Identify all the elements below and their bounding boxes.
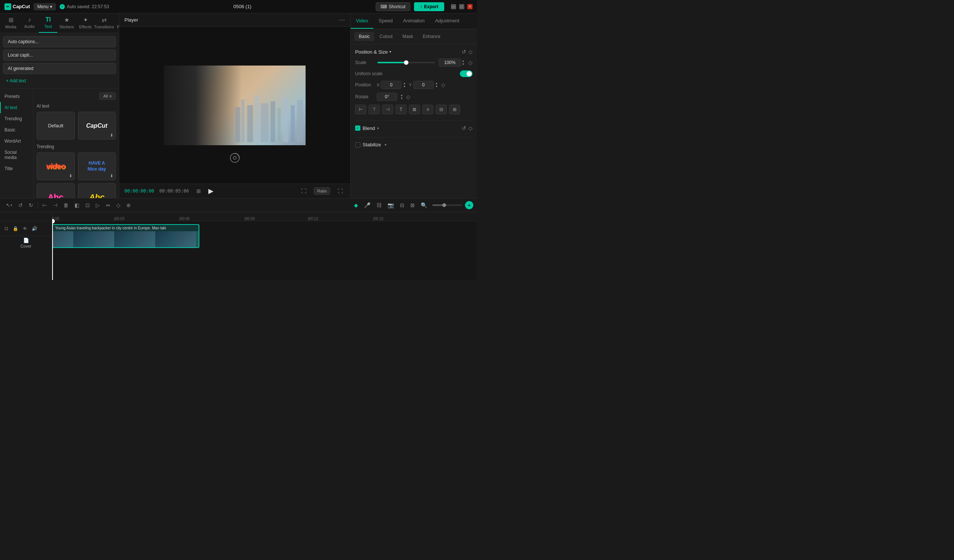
nav-item-stickers[interactable]: ★ Stickers xyxy=(58,13,76,33)
link-button[interactable]: ⛓ xyxy=(374,201,384,210)
maximize-button[interactable]: □ xyxy=(459,4,465,9)
position-diamond-button[interactable]: ◇ xyxy=(441,82,445,88)
rotate-input[interactable]: 0° xyxy=(377,93,397,101)
blend-checkbox[interactable]: ✓ xyxy=(355,126,360,131)
text-template-default[interactable]: Default xyxy=(36,112,75,140)
mirror-button[interactable]: ⇔ xyxy=(104,201,112,210)
align-right-button[interactable]: ⊣ xyxy=(382,105,393,114)
add-to-timeline-button[interactable]: + xyxy=(465,201,473,209)
subtitle-button[interactable]: ⊠ xyxy=(408,201,417,210)
zoom-out-button[interactable]: 🔍 xyxy=(418,201,429,210)
rotate-diamond-button[interactable]: ◇ xyxy=(406,94,410,100)
select-tool-button[interactable]: ↖ ▾ xyxy=(4,201,14,210)
text-template-gold-abc[interactable]: Abc ⬇ xyxy=(78,183,116,198)
sidebar-item-title[interactable]: Title xyxy=(0,163,33,174)
mic-button[interactable]: 🎤 xyxy=(362,201,373,210)
subtab-cutout[interactable]: Cutout xyxy=(375,32,397,41)
freeze-button[interactable]: ◧ xyxy=(72,201,82,210)
align-distribute-v-button[interactable]: ⊞ xyxy=(449,105,460,114)
diamond-tool-button[interactable]: ◇ xyxy=(114,201,123,210)
nav-item-audio[interactable]: ♪ Audio xyxy=(20,13,39,33)
split-button[interactable]: ⊢ xyxy=(40,201,49,210)
scale-up-arrow[interactable]: ▲ xyxy=(462,59,465,62)
tab-video[interactable]: Video xyxy=(351,13,373,29)
scale-stepper[interactable]: ▲ ▼ xyxy=(462,59,465,66)
frame-button[interactable]: ⊡ xyxy=(83,201,92,210)
rotate-up-arrow[interactable]: ▲ xyxy=(400,94,403,97)
sidebar-item-aitext[interactable]: AI text xyxy=(0,102,33,113)
text-template-havenice[interactable]: HAVE ANice day ⬇ xyxy=(78,152,116,180)
align-left-button[interactable]: ⊢ xyxy=(355,105,366,114)
uniform-scale-toggle[interactable] xyxy=(460,70,472,77)
reset-position-button[interactable]: ↺ xyxy=(462,49,466,55)
play-frame-button[interactable]: ▷ xyxy=(94,201,102,210)
export-button[interactable]: ↑ Export xyxy=(414,2,444,11)
keyframe-tool-button[interactable]: ◆ xyxy=(352,201,360,210)
y-up-arrow[interactable]: ▲ xyxy=(435,82,438,85)
auto-caption-button[interactable]: Auto captions... xyxy=(3,36,116,47)
tab-animation[interactable]: Animation xyxy=(398,13,430,29)
fullscreen-toggle[interactable]: ⛶ xyxy=(299,187,309,195)
nav-item-media[interactable]: ⊞ Media xyxy=(2,13,20,33)
rotate-control[interactable] xyxy=(229,152,240,165)
video-clip[interactable]: Young Asian traveling backpacker in city… xyxy=(52,224,200,248)
crop-button[interactable]: ⊕ xyxy=(124,201,133,210)
scale-down-arrow[interactable]: ▼ xyxy=(462,63,465,66)
reset-blend-button[interactable]: ↺ xyxy=(462,125,466,131)
text-template-pink-abc[interactable]: Abc ⬇ xyxy=(36,183,75,198)
nav-item-text[interactable]: TI Text xyxy=(39,13,58,33)
timeline-playhead[interactable] xyxy=(52,221,53,280)
local-caption-button[interactable]: Local capti... xyxy=(3,50,116,61)
track-layout-button[interactable]: ⊡ xyxy=(3,225,10,232)
text-template-video[interactable]: video ⬇ xyxy=(36,152,75,180)
blend-diamond-button[interactable]: ◇ xyxy=(468,125,472,131)
timeline-main[interactable]: |00:00 |00:03 |00:06 |00:09 |00:12 |00:1… xyxy=(52,212,477,280)
align-bottom-button[interactable]: ≡ xyxy=(422,105,433,114)
align-top-button[interactable]: T xyxy=(395,105,407,114)
match-button[interactable]: ⊟ xyxy=(398,201,407,210)
add-text-button[interactable]: + Add text xyxy=(3,76,116,85)
diamond-keyframe-button[interactable]: ◇ xyxy=(468,49,472,55)
track-visibility-button[interactable]: 👁 xyxy=(21,225,29,232)
rotate-down-arrow[interactable]: ▼ xyxy=(400,97,403,100)
x-up-arrow[interactable]: ▲ xyxy=(403,82,406,85)
y-stepper[interactable]: ▲ ▼ xyxy=(435,82,438,88)
text-template-capcut[interactable]: CapCut ⬇ xyxy=(78,112,116,140)
zoom-slider-thumb[interactable] xyxy=(442,203,446,207)
expand-button[interactable]: ⛶ xyxy=(335,187,345,195)
rotate-stepper[interactable]: ▲ ▼ xyxy=(400,94,403,100)
redo-button[interactable]: ↻ xyxy=(26,201,36,210)
tab-speed[interactable]: Speed xyxy=(373,13,398,29)
grid-button[interactable]: ⊞ xyxy=(194,187,203,195)
align-center-v-button[interactable]: ⊠ xyxy=(409,105,420,114)
split2-button[interactable]: ⊣ xyxy=(51,201,60,210)
x-stepper[interactable]: ▲ ▼ xyxy=(403,82,406,88)
track-audio-button[interactable]: 🔊 xyxy=(30,225,39,232)
sidebar-item-presets[interactable]: Presets xyxy=(0,91,33,102)
sidebar-item-wordart[interactable]: WordArt xyxy=(0,135,33,147)
timeline-zoom-slider[interactable] xyxy=(432,204,462,206)
menu-button[interactable]: Menu ▾ xyxy=(34,3,56,11)
scale-slider[interactable] xyxy=(377,62,435,63)
sidebar-item-basic[interactable]: Basic xyxy=(0,124,33,135)
tab-adjustment[interactable]: Adjustment xyxy=(430,13,465,29)
subtab-mask[interactable]: Mask xyxy=(398,32,418,41)
scale-slider-thumb[interactable] xyxy=(404,60,408,65)
align-distribute-h-button[interactable]: ⊟ xyxy=(436,105,447,114)
player-menu-icon[interactable]: ⋯ xyxy=(339,16,345,23)
close-button[interactable]: ✕ xyxy=(467,4,472,9)
filter-button[interactable]: All ≡ xyxy=(99,92,116,100)
position-y-input[interactable]: 0 xyxy=(413,81,434,89)
ratio-button[interactable]: Ratio xyxy=(314,187,330,195)
subtab-basic[interactable]: Basic xyxy=(354,32,374,41)
shortcut-button[interactable]: ⌨ Shortcut xyxy=(376,2,410,11)
nav-item-effects[interactable]: ✦ Effects xyxy=(76,13,95,33)
scale-diamond-button[interactable]: ◇ xyxy=(468,59,472,65)
subtab-enhance[interactable]: Enhance xyxy=(418,32,444,41)
ai-generated-button[interactable]: AI generated xyxy=(3,63,116,74)
sidebar-item-social[interactable]: Social media xyxy=(0,147,33,163)
camera-button[interactable]: 📷 xyxy=(385,201,396,210)
stabilize-checkbox[interactable] xyxy=(355,142,360,148)
y-down-arrow[interactable]: ▼ xyxy=(435,85,438,88)
x-down-arrow[interactable]: ▼ xyxy=(403,85,406,88)
